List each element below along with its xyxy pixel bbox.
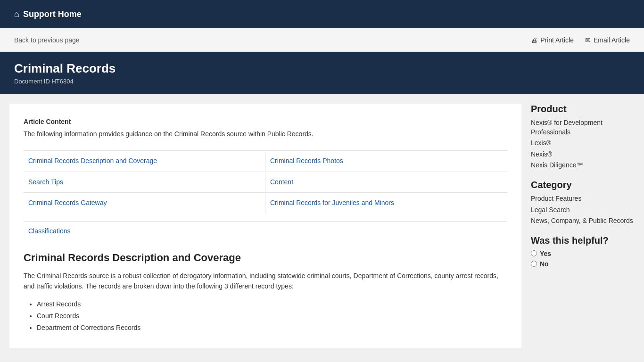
article-content-panel: Article Content The following informatio… bbox=[9, 104, 521, 348]
print-icon: 🖨 bbox=[531, 36, 537, 44]
toc-link-1[interactable]: Criminal Records Photos bbox=[270, 157, 343, 165]
list-item: Arrest Records bbox=[37, 298, 507, 310]
product-item-1: Lexis® bbox=[531, 139, 635, 148]
doc-id: Document ID HT6804 bbox=[14, 78, 630, 85]
print-link[interactable]: 🖨 Print Article bbox=[531, 36, 574, 44]
sidebar-product-section: Product Nexis® for Development Professio… bbox=[531, 104, 635, 170]
section-body: The Criminal Records source is a robust … bbox=[24, 271, 507, 292]
main-layout: Article Content The following informatio… bbox=[0, 94, 644, 357]
toc-link-5[interactable]: Criminal Records for Juveniles and Minor… bbox=[270, 199, 394, 206]
support-home-link[interactable]: ⌂ Support Home bbox=[14, 9, 82, 19]
category-item-0: Product Features bbox=[531, 194, 635, 204]
content-label: Article Content bbox=[24, 118, 507, 125]
toc-cell-2: Search Tips bbox=[24, 172, 265, 193]
toc-cell-0: Criminal Records Description and Coverag… bbox=[24, 150, 265, 172]
sidebar-category-section: Category Product Features Legal Search N… bbox=[531, 180, 635, 226]
product-title: Product bbox=[531, 104, 635, 115]
helpful-yes-option[interactable]: Yes bbox=[531, 250, 635, 257]
toc-cell-5: Criminal Records for Juveniles and Minor… bbox=[265, 192, 507, 214]
article-title: Criminal Records bbox=[14, 61, 630, 76]
product-item-2: Nexis® bbox=[531, 150, 635, 159]
toc-link-4[interactable]: Criminal Records Gateway bbox=[28, 199, 107, 206]
print-label: Print Article bbox=[540, 36, 574, 44]
top-nav: ⌂ Support Home bbox=[0, 0, 644, 28]
email-label: Email Article bbox=[594, 36, 630, 44]
toc-grid: Criminal Records Description and Coverag… bbox=[24, 150, 507, 214]
helpful-yes-radio[interactable] bbox=[531, 250, 537, 256]
email-link[interactable]: ✉ Email Article bbox=[585, 36, 630, 44]
home-icon: ⌂ bbox=[14, 9, 19, 19]
toc-link-0[interactable]: Criminal Records Description and Coverag… bbox=[28, 157, 157, 165]
helpful-no-label: No bbox=[540, 260, 549, 268]
product-item-0: Nexis® for Development Professionals bbox=[531, 118, 635, 137]
toc-cell-3: Content bbox=[265, 172, 507, 193]
product-item-3: Nexis Diligence™ bbox=[531, 161, 635, 170]
helpful-section: Was this helpful? Yes No bbox=[531, 235, 635, 268]
helpful-title: Was this helpful? bbox=[531, 235, 635, 246]
helpful-no-option[interactable]: No bbox=[531, 260, 635, 268]
secondary-nav: Back to previous page 🖨 Print Article ✉ … bbox=[0, 28, 644, 52]
section-heading: Criminal Records Description and Coverag… bbox=[24, 252, 507, 264]
support-home-label: Support Home bbox=[23, 9, 82, 19]
helpful-no-radio[interactable] bbox=[531, 261, 537, 267]
back-link[interactable]: Back to previous page bbox=[14, 36, 80, 44]
article-header: Criminal Records Document ID HT6804 bbox=[0, 52, 644, 94]
email-icon: ✉ bbox=[585, 36, 591, 44]
toc-link-2[interactable]: Search Tips bbox=[28, 178, 63, 186]
category-item-2: News, Company, & Public Records bbox=[531, 216, 635, 226]
toc-link-3[interactable]: Content bbox=[270, 178, 293, 186]
list-item: Court Records bbox=[37, 310, 507, 322]
actions-area: 🖨 Print Article ✉ Email Article bbox=[531, 36, 630, 44]
toc-classifications-link[interactable]: Classifications bbox=[28, 227, 70, 235]
article-intro: The following information provides guida… bbox=[24, 129, 507, 139]
list-item: Department of Corrections Records bbox=[37, 322, 507, 334]
helpful-yes-label: Yes bbox=[540, 250, 551, 257]
record-types-list: Arrest Records Court Records Department … bbox=[24, 298, 507, 334]
toc-classifications-row: Classifications bbox=[24, 221, 507, 240]
category-item-1: Legal Search bbox=[531, 206, 635, 215]
toc-cell-4: Criminal Records Gateway bbox=[24, 192, 265, 214]
sidebar: Product Nexis® for Development Professio… bbox=[531, 104, 635, 348]
toc-cell-1: Criminal Records Photos bbox=[265, 150, 507, 172]
category-title: Category bbox=[531, 180, 635, 190]
